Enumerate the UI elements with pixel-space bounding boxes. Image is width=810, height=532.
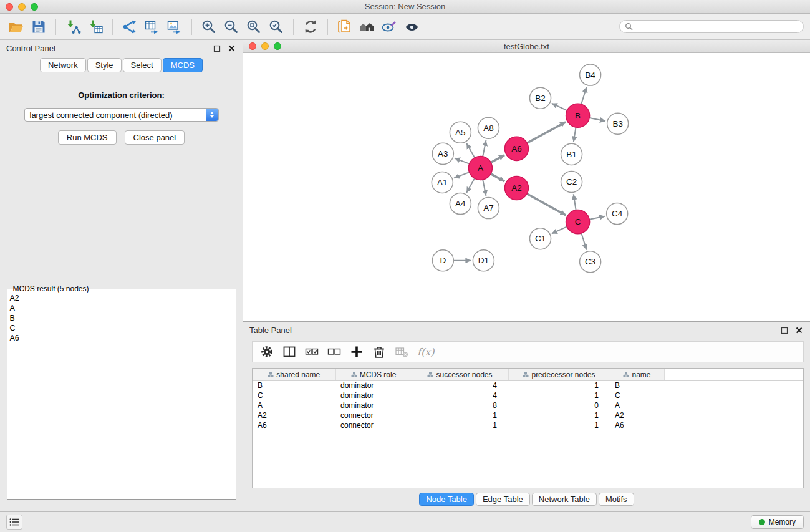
edge-A-A7[interactable]: [483, 180, 486, 196]
node-table[interactable]: shared nameMCDS rolesuccessor nodesprede…: [253, 369, 803, 430]
network-node-C4[interactable]: C4: [607, 203, 628, 225]
import-network-button[interactable]: [63, 17, 83, 37]
column-header-successor-nodes[interactable]: successor nodes: [412, 369, 508, 380]
tab-mcds[interactable]: MCDS: [163, 58, 203, 72]
panel-list-button[interactable]: [6, 515, 22, 530]
table-panel-close-button[interactable]: [794, 326, 804, 336]
table-panel-float-button[interactable]: [779, 326, 789, 336]
optimization-criterion-select[interactable]: largest connected component (directed): [24, 108, 219, 122]
network-minimize-button[interactable]: [261, 42, 269, 50]
tab-edge-table[interactable]: Edge Table: [476, 493, 530, 506]
edge-C-C4[interactable]: [589, 216, 605, 220]
network-node-B1[interactable]: B1: [561, 143, 582, 165]
control-panel-float-button[interactable]: [212, 44, 222, 54]
network-node-C[interactable]: C: [566, 210, 590, 234]
edge-C-C1[interactable]: [552, 226, 567, 233]
network-canvas[interactable]: B4B2BB3A5A8A6A3B1AA1C2A2A4A7C4CC1C3DD1: [243, 53, 810, 321]
export-table-button[interactable]: [142, 17, 162, 37]
zoom-fit-button[interactable]: [244, 17, 264, 37]
network-node-A3[interactable]: A3: [432, 143, 453, 164]
tab-node-table[interactable]: Node Table: [419, 493, 474, 506]
mcds-result-item[interactable]: A6: [10, 333, 233, 343]
edge-A6-B[interactable]: [527, 122, 566, 143]
zoom-selected-button[interactable]: [266, 17, 286, 37]
network-node-A7[interactable]: A7: [478, 198, 499, 219]
search-input[interactable]: [636, 22, 798, 31]
edge-A-A5[interactable]: [466, 143, 475, 158]
edge-A-A8[interactable]: [483, 140, 486, 157]
tab-network[interactable]: Network: [40, 58, 86, 72]
open-session-button[interactable]: [6, 17, 26, 37]
function-builder-button[interactable]: f(x): [417, 346, 434, 358]
search-box[interactable]: [619, 20, 804, 33]
network-window-titlebar[interactable]: testGlobe.txt: [243, 40, 810, 53]
share-network-button[interactable]: [120, 17, 140, 37]
mcds-result-item[interactable]: A2: [10, 293, 233, 303]
edge-B-B1[interactable]: [574, 127, 576, 142]
minimize-window-button[interactable]: [18, 3, 26, 11]
edge-C-C3[interactable]: [581, 233, 586, 250]
network-zoom-button[interactable]: [274, 42, 281, 50]
mcds-result-item[interactable]: A: [10, 303, 233, 313]
network-node-B2[interactable]: B2: [530, 87, 551, 109]
column-header-shared-name[interactable]: shared name: [253, 369, 335, 380]
network-node-A1[interactable]: A1: [432, 172, 453, 193]
network-node-C3[interactable]: C3: [580, 251, 601, 273]
zoom-in-button[interactable]: [199, 17, 219, 37]
run-mcds-button[interactable]: Run MCDS: [58, 130, 117, 145]
show-columns-button[interactable]: [282, 345, 296, 359]
network-node-B[interactable]: B: [566, 104, 590, 127]
edge-B-B4[interactable]: [581, 87, 587, 104]
edge-A-A4[interactable]: [466, 178, 475, 193]
select-all-button[interactable]: [305, 345, 319, 359]
table-row[interactable]: Bdominator41B: [253, 380, 803, 390]
tab-style[interactable]: Style: [87, 58, 122, 72]
edge-A-A1[interactable]: [454, 172, 470, 178]
table-settings-button[interactable]: [260, 345, 274, 359]
delete-table-button[interactable]: [395, 345, 408, 359]
edge-A-A2[interactable]: [491, 174, 504, 181]
import-table-button[interactable]: [85, 17, 105, 37]
network-node-A4[interactable]: A4: [450, 193, 471, 215]
export-document-button[interactable]: [335, 17, 355, 37]
network-node-C2[interactable]: C2: [561, 171, 582, 192]
edge-A-A6[interactable]: [491, 155, 504, 163]
network-node-D[interactable]: D: [432, 250, 453, 271]
network-node-B4[interactable]: B4: [580, 64, 601, 85]
table-row[interactable]: Adominator80A: [253, 400, 803, 410]
annotation-visibility-button[interactable]: [380, 17, 400, 37]
tab-motifs[interactable]: Motifs: [599, 493, 634, 506]
delete-row-button[interactable]: [372, 345, 386, 359]
edge-B-B3[interactable]: [589, 118, 605, 121]
edge-A2-C[interactable]: [527, 194, 566, 215]
zoom-out-button[interactable]: [221, 17, 241, 37]
edge-B-B2[interactable]: [552, 104, 567, 111]
zoom-window-button[interactable]: [31, 3, 38, 11]
save-session-button[interactable]: [29, 17, 49, 37]
column-header-predecessor-nodes[interactable]: predecessor nodes: [508, 369, 610, 380]
table-row[interactable]: A6connector11A6: [253, 420, 803, 430]
network-node-C1[interactable]: C1: [530, 228, 551, 249]
network-node-A8[interactable]: A8: [478, 117, 499, 138]
mcds-result-item[interactable]: B: [10, 313, 233, 323]
control-panel-close-button[interactable]: [226, 44, 236, 54]
tab-network-table[interactable]: Network Table: [532, 493, 597, 506]
column-header-name[interactable]: name: [610, 369, 664, 380]
edge-C-C2[interactable]: [574, 194, 576, 210]
close-panel-button[interactable]: Close panel: [125, 130, 185, 145]
show-hide-button[interactable]: [402, 17, 422, 37]
table-row[interactable]: A2connector11A2: [253, 410, 803, 420]
home-button[interactable]: [357, 17, 377, 37]
memory-button[interactable]: Memory: [751, 515, 804, 529]
network-node-A5[interactable]: A5: [450, 122, 471, 143]
network-node-A[interactable]: A: [468, 156, 492, 180]
deselect-all-button[interactable]: [327, 345, 341, 359]
column-header-mcds-role[interactable]: MCDS role: [335, 369, 412, 380]
network-close-button[interactable]: [249, 42, 256, 50]
add-row-button[interactable]: [350, 345, 364, 359]
network-node-A2[interactable]: A2: [504, 176, 528, 200]
refresh-button[interactable]: [301, 17, 321, 37]
export-image-button[interactable]: [165, 17, 185, 37]
edge-A-A3[interactable]: [455, 158, 470, 164]
tab-select[interactable]: Select: [123, 58, 162, 72]
